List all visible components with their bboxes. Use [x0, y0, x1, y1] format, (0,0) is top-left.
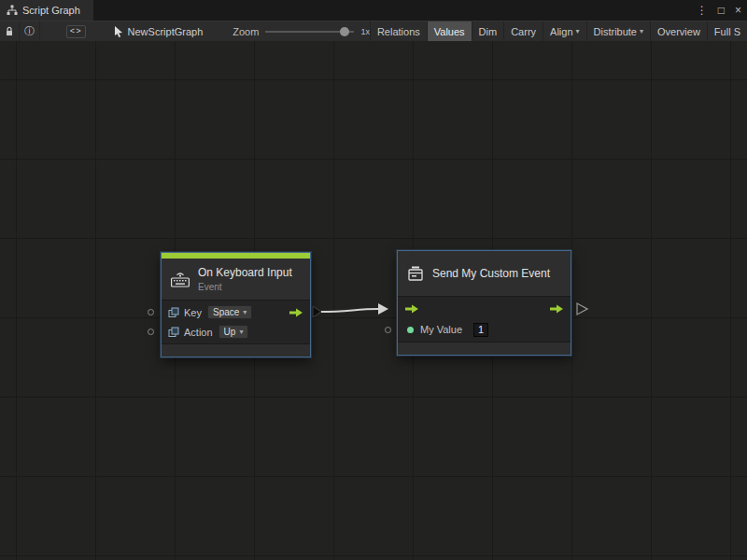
key-port-row: Key Space ▾ [162, 302, 310, 322]
my-value-input[interactable] [473, 323, 488, 337]
graph-canvas[interactable]: On Keyboard Input Event Key Space ▾ [0, 41, 747, 560]
control-output-arrow[interactable] [549, 304, 564, 314]
node-footer [398, 343, 571, 355]
key-port-label: Key [184, 307, 202, 318]
node-title: On Keyboard Input [198, 266, 292, 279]
caret-down-icon: ▾ [576, 27, 580, 35]
source-port-arrow[interactable] [313, 306, 321, 317]
wire-layer [0, 41, 747, 560]
graph-name-label: NewScriptGraph [128, 26, 204, 37]
align-label: Align [550, 26, 572, 37]
control-input-arrow[interactable] [404, 304, 419, 314]
action-port-row: Action Up ▾ [162, 322, 310, 342]
node-header: On Keyboard Input Event [162, 259, 310, 300]
output-port-triangle[interactable] [577, 303, 587, 315]
close-icon[interactable]: × [735, 5, 741, 16]
graph-toolbar: ⓘ <> NewScriptGraph Zoom 1x Relations Va… [0, 21, 747, 41]
action-dropdown-value: Up [224, 327, 236, 337]
dim-button[interactable]: Dim [472, 21, 504, 41]
script-graph-icon [7, 5, 18, 16]
code-icon[interactable]: <> [66, 25, 86, 38]
keyboard-icon [170, 272, 190, 287]
variable-icon [168, 327, 179, 338]
tab-script-graph[interactable]: Script Graph [0, 0, 93, 21]
node-subtitle: Event [198, 282, 292, 292]
control-output-arrow[interactable] [289, 308, 303, 317]
node-header: Send My Custom Event [398, 251, 571, 296]
connection-arrowhead [378, 303, 388, 315]
distribute-dropdown-button[interactable]: Distribute ▾ [586, 21, 650, 41]
node-send-my-custom-event[interactable]: Send My Custom Event My Value [397, 250, 571, 356]
my-value-input-port[interactable] [385, 327, 391, 333]
zoom-label: Zoom [233, 26, 259, 37]
variable-icon [168, 307, 179, 318]
zoom-control: Zoom 1x [233, 26, 370, 37]
pointer-icon [114, 26, 123, 37]
zoom-value: 1x [360, 27, 370, 36]
zoom-slider[interactable] [265, 26, 354, 37]
relations-button[interactable]: Relations [370, 21, 427, 41]
tab-label: Script Graph [22, 5, 80, 16]
my-value-row: My Value [398, 319, 571, 340]
lock-icon[interactable] [0, 21, 20, 41]
key-dropdown-value: Space [213, 307, 239, 317]
my-value-label: My Value [420, 324, 462, 335]
info-icon[interactable]: ⓘ [20, 21, 39, 41]
fullscreen-button[interactable]: Full S [707, 21, 747, 41]
script-graph-window: Script Graph ⋮ □ × ⓘ <> NewScriptGraph Z… [0, 0, 747, 560]
caret-down-icon: ▾ [239, 328, 243, 336]
custom-event-icon [406, 265, 425, 283]
menu-kebab-icon[interactable]: ⋮ [697, 5, 708, 16]
lock-glyph [5, 26, 14, 36]
node-footer [162, 344, 310, 357]
overview-button[interactable]: Overview [650, 21, 707, 41]
control-connection-wire[interactable] [321, 309, 378, 312]
caret-down-icon: ▾ [243, 308, 247, 316]
key-input-port[interactable] [148, 309, 154, 315]
action-port-label: Action [184, 327, 213, 338]
node-title: Send My Custom Event [432, 267, 550, 280]
carry-button[interactable]: Carry [503, 21, 543, 41]
maximize-icon[interactable]: □ [718, 5, 725, 16]
graph-asset-button[interactable]: NewScriptGraph [114, 26, 204, 37]
node-titles: On Keyboard Input Event [198, 266, 292, 292]
window-controls: ⋮ □ × [697, 0, 741, 21]
node-body: Key Space ▾ Action [162, 300, 310, 344]
node-body: My Value [398, 296, 571, 343]
action-dropdown[interactable]: Up ▾ [218, 325, 249, 339]
node-on-keyboard-input[interactable]: On Keyboard Input Event Key Space ▾ [161, 252, 311, 357]
key-dropdown[interactable]: Space ▾ [207, 305, 252, 319]
tab-bar: Script Graph ⋮ □ × [0, 0, 747, 21]
values-button[interactable]: Values [427, 21, 472, 41]
action-input-port[interactable] [148, 329, 154, 335]
control-flow-row [398, 299, 571, 319]
distribute-label: Distribute [594, 26, 637, 37]
align-dropdown-button[interactable]: Align ▾ [543, 21, 585, 41]
zoom-slider-handle[interactable] [340, 27, 349, 36]
value-port-dot-icon[interactable] [407, 327, 414, 333]
caret-down-icon: ▾ [640, 27, 643, 35]
